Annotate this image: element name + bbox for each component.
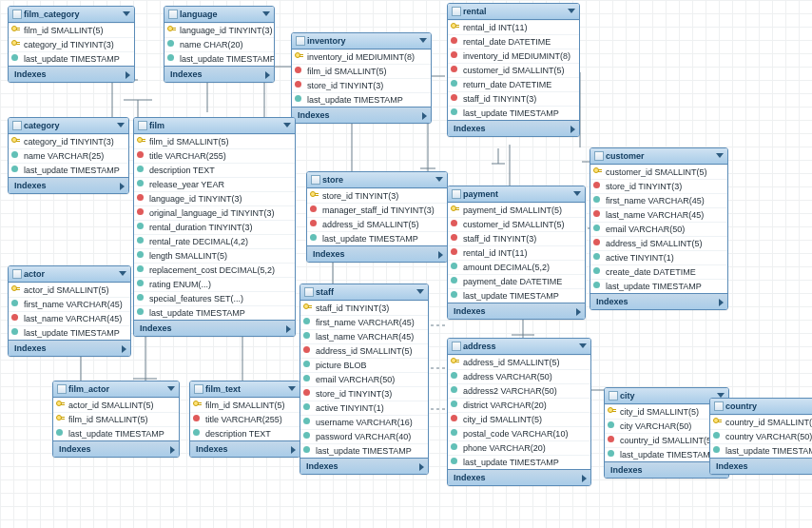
column-row[interactable]: name VARCHAR(25) [9, 148, 128, 163]
column-row[interactable]: create_date DATETIME [590, 264, 727, 279]
column-row[interactable]: active TINYINT(1) [300, 401, 428, 415]
table-payment[interactable]: payment payment_id SMALLINT(5)customer_i… [447, 186, 586, 320]
column-row[interactable]: actor_id SMALLINT(5) [53, 398, 179, 412]
column-row[interactable]: film_id SMALLINT(5) [53, 412, 179, 426]
column-row[interactable]: district VARCHAR(20) [448, 398, 590, 412]
column-row[interactable]: first_name VARCHAR(45) [590, 193, 727, 207]
column-row[interactable]: inventory_id MEDIUMINT(8) [448, 49, 579, 63]
column-row[interactable]: address_id SMALLINT(5) [307, 217, 447, 231]
column-row[interactable]: customer_id SMALLINT(5) [448, 217, 585, 231]
table-film-text[interactable]: film_text film_id SMALLINT(5)title VARCH… [189, 381, 300, 458]
column-row[interactable]: film_id SMALLINT(5) [292, 64, 431, 78]
table-country[interactable]: country country_id SMALLINT(5)country VA… [709, 398, 812, 475]
column-row[interactable]: last_update TIMESTAMP [448, 288, 585, 303]
table-header[interactable]: film_category [9, 7, 134, 23]
column-row[interactable]: first_name VARCHAR(45) [300, 315, 428, 329]
column-row[interactable]: description TEXT [134, 163, 295, 177]
column-row[interactable]: store_id TINYINT(3) [292, 78, 431, 92]
column-row[interactable]: country_id SMALLINT(5) [710, 415, 812, 429]
column-row[interactable]: last_update TIMESTAMP [9, 51, 134, 66]
column-row[interactable]: staff_id TINYINT(3) [448, 231, 585, 245]
column-row[interactable]: last_update TIMESTAMP [590, 279, 727, 293]
column-row[interactable]: return_date DATETIME [448, 77, 579, 91]
table-address[interactable]: address address_id SMALLINT(5)address VA… [447, 338, 591, 486]
column-row[interactable]: amount DECIMAL(5,2) [448, 260, 585, 274]
table-actor[interactable]: actor actor_id SMALLINT(5)first_name VAR… [8, 265, 131, 357]
column-row[interactable]: customer_id SMALLINT(5) [590, 165, 727, 179]
column-row[interactable]: store_id TINYINT(3) [307, 188, 447, 203]
column-row[interactable]: title VARCHAR(255) [134, 148, 295, 163]
column-row[interactable]: last_update TIMESTAMP [9, 163, 128, 177]
column-row[interactable]: rental_id INT(11) [448, 245, 585, 260]
table-language[interactable]: language language_id TINYINT(3)name CHAR… [164, 6, 275, 83]
table-film-actor[interactable]: film_actor actor_id SMALLINT(5)film_id S… [52, 381, 180, 458]
column-row[interactable]: replacement_cost DECIMAL(5,2) [134, 263, 295, 277]
column-row[interactable]: film_id SMALLINT(5) [9, 23, 134, 37]
column-row[interactable]: description TEXT [190, 426, 300, 440]
table-film[interactable]: film film_id SMALLINT(5)title VARCHAR(25… [133, 117, 296, 337]
column-row[interactable]: city_id SMALLINT(5) [448, 412, 590, 426]
table-film-category[interactable]: film_category film_id SMALLINT(5)categor… [8, 6, 135, 83]
column-row[interactable]: phone VARCHAR(20) [448, 440, 590, 455]
column-row[interactable]: address_id SMALLINT(5) [448, 355, 590, 369]
column-row[interactable]: rental_duration TINYINT(3) [134, 220, 295, 234]
column-row[interactable]: last_update TIMESTAMP [710, 443, 812, 458]
column-row[interactable]: last_name VARCHAR(45) [300, 329, 428, 343]
column-row[interactable]: rental_date DATETIME [448, 34, 579, 49]
column-row[interactable]: address_id SMALLINT(5) [300, 343, 428, 358]
column-row[interactable]: language_id TINYINT(3) [164, 23, 274, 37]
column-row[interactable]: inventory_id MEDIUMINT(8) [292, 49, 431, 64]
column-row[interactable]: rental_rate DECIMAL(4,2) [134, 234, 295, 248]
column-row[interactable]: title VARCHAR(255) [190, 412, 300, 426]
column-row[interactable]: rating ENUM(...) [134, 277, 295, 291]
column-row[interactable]: address_id SMALLINT(5) [590, 236, 727, 250]
column-row[interactable]: username VARCHAR(16) [300, 415, 428, 429]
indexes-section[interactable]: Indexes [9, 66, 134, 82]
column-row[interactable]: rental_id INT(11) [448, 20, 579, 34]
column-row[interactable]: last_update TIMESTAMP [300, 443, 428, 458]
column-row[interactable]: film_id SMALLINT(5) [190, 398, 300, 412]
column-row[interactable]: postal_code VARCHAR(10) [448, 426, 590, 440]
column-row[interactable]: picture BLOB [300, 358, 428, 372]
column-row[interactable]: category_id TINYINT(3) [9, 37, 134, 51]
column-row[interactable]: last_name VARCHAR(45) [590, 207, 727, 222]
column-row[interactable]: last_update TIMESTAMP [9, 325, 130, 340]
column-row[interactable]: last_update TIMESTAMP [134, 305, 295, 320]
table-rental[interactable]: rental rental_id INT(11)rental_date DATE… [447, 3, 580, 137]
column-row[interactable]: last_update TIMESTAMP [164, 51, 274, 66]
column-row[interactable]: email VARCHAR(50) [300, 372, 428, 386]
column-row[interactable]: special_features SET(...) [134, 291, 295, 305]
column-row[interactable]: last_update TIMESTAMP [448, 106, 579, 120]
table-store[interactable]: store store_id TINYINT(3)manager_staff_i… [306, 171, 448, 263]
column-row[interactable]: name CHAR(20) [164, 37, 274, 51]
column-row[interactable]: payment_id SMALLINT(5) [448, 203, 585, 217]
table-category[interactable]: category category_id TINYINT(3)name VARC… [8, 117, 129, 194]
column-row[interactable]: country VARCHAR(50) [710, 429, 812, 443]
column-row[interactable]: actor_id SMALLINT(5) [9, 283, 130, 297]
column-row[interactable]: length SMALLINT(5) [134, 248, 295, 263]
column-row[interactable]: last_name VARCHAR(45) [9, 311, 130, 325]
column-row[interactable]: store_id TINYINT(3) [300, 386, 428, 401]
column-row[interactable]: staff_id TINYINT(3) [300, 301, 428, 315]
column-row[interactable]: store_id TINYINT(3) [590, 179, 727, 193]
column-row[interactable]: last_update TIMESTAMP [292, 92, 431, 107]
table-customer[interactable]: customer customer_id SMALLINT(5)store_id… [590, 147, 728, 310]
column-row[interactable]: email VARCHAR(50) [590, 222, 727, 236]
column-row[interactable]: address VARCHAR(50) [448, 369, 590, 383]
column-row[interactable]: staff_id TINYINT(3) [448, 91, 579, 106]
column-row[interactable]: first_name VARCHAR(45) [9, 297, 130, 311]
column-row[interactable]: active TINYINT(1) [590, 250, 727, 264]
table-staff[interactable]: staff staff_id TINYINT(3)first_name VARC… [300, 284, 429, 475]
column-row[interactable]: password VARCHAR(40) [300, 429, 428, 443]
column-row[interactable]: address2 VARCHAR(50) [448, 383, 590, 398]
column-row[interactable]: original_language_id TINYINT(3) [134, 205, 295, 220]
column-row[interactable]: last_update TIMESTAMP [53, 426, 179, 440]
column-row[interactable]: release_year YEAR [134, 177, 295, 191]
column-row[interactable]: payment_date DATETIME [448, 274, 585, 288]
column-row[interactable]: last_update TIMESTAMP [448, 455, 590, 469]
column-row[interactable]: manager_staff_id TINYINT(3) [307, 203, 447, 217]
column-row[interactable]: customer_id SMALLINT(5) [448, 63, 579, 77]
column-row[interactable]: category_id TINYINT(3) [9, 134, 128, 148]
table-inventory[interactable]: inventory inventory_id MEDIUMINT(8)film_… [291, 32, 432, 124]
column-row[interactable]: film_id SMALLINT(5) [134, 134, 295, 148]
